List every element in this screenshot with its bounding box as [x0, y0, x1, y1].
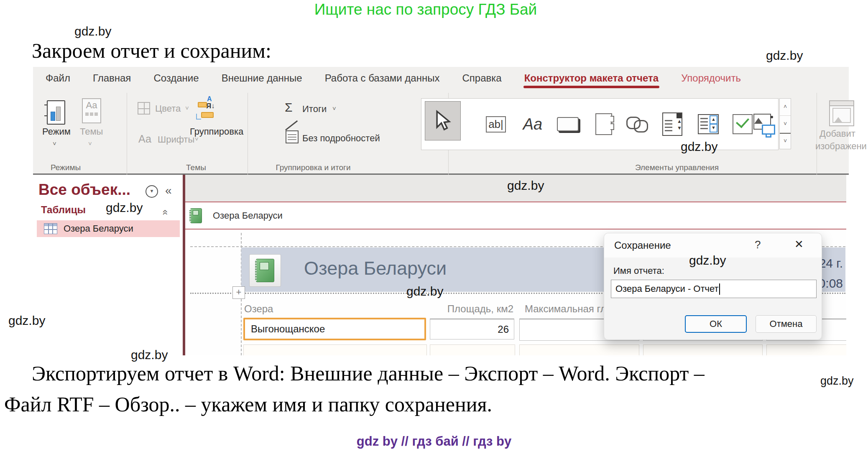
checkbox-control[interactable]: [731, 110, 754, 138]
chevron-down-icon[interactable]: ˅: [332, 105, 336, 112]
label-control[interactable]: Aa: [521, 110, 544, 138]
views-group-label: Режимы: [41, 163, 91, 172]
view-button[interactable]: Режим: [42, 126, 71, 137]
footer-line1: Экспортируем отчет в Word: Внешние данны…: [32, 361, 705, 385]
report-name-label: Имя отчета:: [613, 265, 664, 276]
document-tab-label: Озера Беларуси: [213, 210, 283, 221]
gallery-expand[interactable]: ˅: [780, 133, 791, 150]
tab-arrange[interactable]: Упорядочить: [681, 72, 741, 84]
image-control-icon: [753, 114, 775, 135]
text-caret: [719, 283, 720, 295]
report-title[interactable]: Озера Беларуси: [304, 258, 447, 279]
combobox-icon: ▲▼: [662, 112, 682, 136]
document-tab[interactable]: Озера Беларуси: [190, 208, 283, 223]
select-cursor-icon: [434, 110, 452, 132]
totals-button[interactable]: Итоги: [302, 104, 327, 115]
screenshot-stage: Ищите нас по запросу ГДЗ Бай gdz.by Закр…: [0, 0, 868, 449]
checkbox-icon: [733, 114, 753, 134]
watermark: gdz.by: [766, 48, 803, 63]
report-logo-button[interactable]: [249, 254, 281, 287]
tab-help[interactable]: Справка: [462, 72, 501, 84]
table-icon: [44, 223, 57, 234]
tab-control[interactable]: [592, 110, 615, 138]
gallery-scrollbar: ˄ ˅ ˅: [779, 98, 791, 149]
watermark: gdz.by: [74, 24, 111, 38]
page-title: Закроем отчет и сохраним:: [32, 38, 271, 63]
nav-menu-icon[interactable]: ▾: [146, 185, 158, 198]
column-header-lake[interactable]: Озера: [244, 303, 273, 315]
grouping-button[interactable]: Группировка: [190, 126, 243, 137]
report-row-partial[interactable]: [430, 344, 515, 355]
listbox-icon: ▲▼: [698, 114, 719, 134]
controls-gallery: ab| Aa: [421, 98, 779, 150]
fonts-button[interactable]: Шрифты: [158, 134, 194, 145]
ok-button[interactable]: ОК: [685, 315, 747, 333]
footer-line2: Файл RTF – Обзор.. – укажем имя и папку …: [4, 392, 492, 416]
report-row-partial[interactable]: [243, 344, 427, 355]
hyperlink-control[interactable]: [625, 110, 649, 138]
themes-button[interactable]: Темы: [80, 126, 103, 137]
hide-details-icon: [286, 130, 299, 143]
cancel-button[interactable]: Отмена: [756, 315, 817, 333]
add-image-button-line2[interactable]: изображени: [815, 141, 867, 152]
image-control[interactable]: [753, 110, 776, 138]
report-icon: [190, 208, 202, 223]
tab-report-layout-design-active[interactable]: Конструктор макета отчета: [524, 72, 659, 84]
select-tool-selected[interactable]: [425, 101, 461, 140]
report-name-value: Озера Беларуси - Отчет: [615, 283, 719, 294]
hyperlink-icon: [626, 117, 648, 132]
themes-icon: Aa: [82, 98, 101, 123]
cell-area[interactable]: 26: [430, 319, 514, 339]
chevron-down-icon[interactable]: ˅: [53, 140, 56, 147]
close-icon[interactable]: ✕: [794, 238, 804, 251]
column-header-depth[interactable]: Максимальная глуб: [525, 303, 617, 315]
cell-lake-selected[interactable]: Выгонощанское: [243, 318, 426, 340]
move-handle-icon[interactable]: +: [232, 286, 245, 299]
watermark: gdz.by: [820, 375, 854, 388]
view-mode-icon[interactable]: [47, 100, 65, 125]
textbox-control[interactable]: ab|: [484, 110, 508, 138]
watermark: gdz.by: [8, 314, 45, 328]
hide-details-button[interactable]: Без подробностей: [302, 133, 380, 144]
tab-database-tools[interactable]: Работа с базами данных: [325, 72, 440, 84]
colors-button[interactable]: Цвета: [155, 103, 181, 114]
report-row-partial[interactable]: [766, 344, 846, 355]
sort-z-glyph: Я↓: [206, 102, 215, 110]
column-header-area[interactable]: Площадь, км2: [438, 303, 513, 315]
tab-file[interactable]: Файл: [46, 72, 70, 84]
nav-item-table-lakes[interactable]: Озера Беларуси: [37, 220, 180, 237]
watermark: gdz.by: [106, 201, 143, 215]
gallery-scroll-up[interactable]: ˄: [780, 99, 791, 116]
grouping-group-label: Группировка и итоги: [267, 163, 359, 172]
promo-banner: Ищите нас по запросу ГДЗ Бай: [0, 1, 851, 18]
watermark: gdz.by: [507, 179, 544, 193]
controls-group-label: Элементы управления: [572, 163, 781, 172]
save-dialog: Сохранение ? ✕ Имя отчета: Озера Беларус…: [604, 233, 822, 340]
report-row-partial[interactable]: [643, 344, 763, 355]
nav-section-tables[interactable]: Таблицы: [41, 204, 86, 216]
help-icon[interactable]: ?: [755, 238, 761, 251]
combobox-control[interactable]: ▲▼: [661, 110, 684, 138]
button-control[interactable]: [556, 110, 580, 138]
ribbon-tab-bar: Файл Главная Создание Внешние данные Раб…: [33, 67, 849, 89]
shutter-collapse-icon[interactable]: «: [165, 184, 172, 197]
watermark: gdz.by: [131, 348, 168, 362]
section-collapse-icon[interactable]: «: [160, 209, 171, 215]
brand-footer: gdz by // гдз бай // гдз by: [0, 434, 868, 449]
tab-control-icon: [595, 113, 612, 135]
tab-external-data[interactable]: Внешние данные: [222, 72, 302, 84]
report-name-input[interactable]: Озера Беларуси - Отчет: [611, 280, 817, 298]
watermark: gdz.by: [689, 253, 726, 268]
gallery-scroll-down[interactable]: ˅: [780, 116, 791, 133]
textbox-icon: ab|: [486, 116, 506, 133]
tab-create[interactable]: Создание: [153, 72, 199, 84]
report-row-partial[interactable]: [519, 344, 639, 355]
chevron-down-icon: ˅: [185, 105, 189, 112]
button-icon: [557, 117, 579, 131]
grouping-icon[interactable]: А Я↓: [196, 97, 220, 122]
listbox-control[interactable]: ▲▼: [697, 110, 720, 138]
add-image-button-line1[interactable]: Добавит: [819, 128, 855, 139]
themes-aa-glyph: Aa: [83, 99, 100, 112]
tab-home[interactable]: Главная: [93, 72, 131, 84]
notebook-icon: [256, 259, 274, 282]
